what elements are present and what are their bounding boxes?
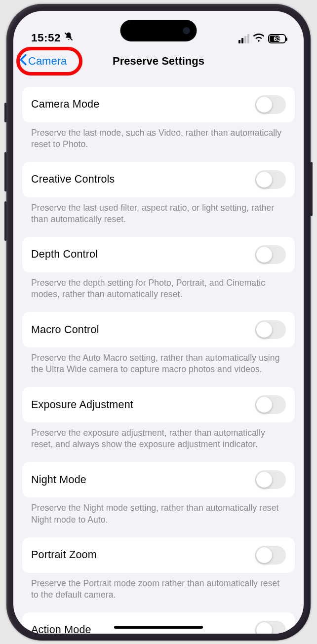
toggle-portrait-zoom[interactable] [255,546,286,565]
volume-down-button [4,201,6,241]
setting-desc: Preserve the last used filter, aspect ra… [22,197,295,237]
battery-percent: 63 [274,36,280,42]
side-button [4,103,6,122]
setting-desc: Preserve the Night mode setting, rather … [22,497,295,537]
toggle-creative-controls[interactable] [255,170,286,189]
toggle-exposure-adjustment[interactable] [255,395,286,414]
status-time: 15:52 [31,32,61,44]
setting-title: Night Mode [31,474,86,486]
nav-bar: Camera Preserve Settings [13,46,304,76]
back-button[interactable]: Camera [19,54,67,69]
battery-icon: 63 [268,34,286,43]
home-indicator[interactable] [114,626,203,629]
setting-title: Camera Mode [31,98,99,111]
setting-row-macro-control[interactable]: Macro Control [22,312,295,347]
setting-title: Creative Controls [31,173,115,186]
toggle-macro-control[interactable] [255,320,286,339]
setting-row-night-mode[interactable]: Night Mode [22,462,295,497]
bell-slash-icon [64,32,74,44]
setting-title: Exposure Adjustment [31,399,133,411]
setting-row-creative-controls[interactable]: Creative Controls [22,162,295,197]
setting-desc: Preserve the Auto Macro setting, rather … [22,347,295,387]
screen: 15:52 63 Ca [13,11,304,634]
setting-row-exposure-adjustment[interactable]: Exposure Adjustment [22,387,295,422]
setting-row-portrait-zoom[interactable]: Portrait Zoom [22,537,295,573]
front-camera-icon [183,27,190,34]
setting-title: Macro Control [31,324,99,336]
toggle-night-mode[interactable] [255,470,286,489]
power-button [311,162,313,216]
setting-row-depth-control[interactable]: Depth Control [22,237,295,272]
setting-title: Portrait Zoom [31,549,97,561]
settings-list[interactable]: Camera Mode Preserve the last mode, such… [13,76,304,634]
cellular-icon [238,34,249,43]
wifi-icon [253,34,264,44]
chevron-left-icon [19,54,27,69]
volume-up-button [4,152,6,191]
toggle-depth-control[interactable] [255,245,286,264]
back-label: Camera [28,55,67,68]
setting-row-action-mode[interactable]: Action Mode [22,612,295,634]
toggle-action-mode[interactable] [255,621,286,634]
setting-title: Action Mode [31,624,91,633]
setting-desc: Preserve the depth setting for Photo, Po… [22,272,295,312]
setting-desc: Preserve the exposure adjustment, rather… [22,422,295,462]
setting-desc: Preserve the last mode, such as Video, r… [22,122,295,162]
setting-desc: Preserve the Portrait mode zoom rather t… [22,573,295,612]
dynamic-island [120,20,197,41]
setting-row-camera-mode[interactable]: Camera Mode [22,87,295,122]
toggle-camera-mode[interactable] [255,95,286,114]
setting-title: Depth Control [31,248,98,261]
phone-frame: 15:52 63 Ca [6,4,311,641]
